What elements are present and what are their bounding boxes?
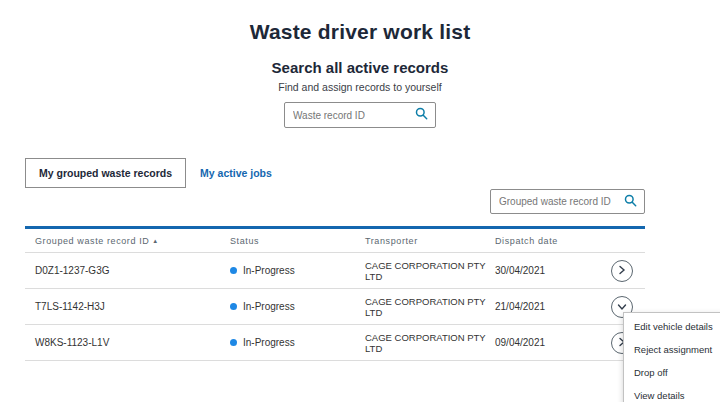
- main-content: My grouped waste records My active jobs …: [25, 158, 645, 188]
- table-row: D0Z1-1237-G3G In-Progress CAGE CORPORATI…: [25, 253, 645, 289]
- tab-my-active-jobs[interactable]: My active jobs: [186, 158, 286, 188]
- status-cell: In-Progress: [230, 337, 365, 348]
- status-dot-icon: [230, 267, 237, 274]
- column-header-grouped-waste-record-id[interactable]: Grouped waste record ID▲: [35, 236, 230, 246]
- record-id-cell: W8KS-1123-L1V: [35, 337, 230, 348]
- sort-ascending-icon: ▲: [152, 238, 159, 244]
- waste-record-id-input[interactable]: [293, 110, 415, 121]
- dispatch-date-cell: 30/04/2021: [495, 265, 595, 276]
- grouped-waste-records-table: Grouped waste record ID▲ Status Transpor…: [25, 226, 645, 361]
- search-section-subheading: Find and assign records to yourself: [0, 81, 720, 93]
- transporter-cell: CAGE CORPORATION PTY LTD: [365, 296, 495, 318]
- column-header-status[interactable]: Status: [230, 236, 365, 246]
- column-header-transporter[interactable]: Transporter: [365, 236, 495, 246]
- search-icon: [415, 107, 428, 123]
- status-dot-icon: [230, 339, 237, 346]
- record-id-cell: D0Z1-1237-G3G: [35, 265, 230, 276]
- grouped-record-search-box: [490, 189, 645, 214]
- table-header-row: Grouped waste record ID▲ Status Transpor…: [25, 229, 645, 253]
- expand-row-button[interactable]: [611, 260, 633, 282]
- status-label: In-Progress: [243, 337, 295, 348]
- status-cell: In-Progress: [230, 301, 365, 312]
- column-header-dispatch-date[interactable]: Dispatch date: [495, 236, 595, 246]
- status-dot-icon: [230, 303, 237, 310]
- status-label: In-Progress: [243, 301, 295, 312]
- page-title: Waste driver work list: [0, 0, 720, 44]
- menu-item-edit-vehicle-details[interactable]: Edit vehicle details: [624, 315, 720, 338]
- dispatch-date-cell: 21/04/2021: [495, 301, 595, 312]
- transporter-cell: CAGE CORPORATION PTY LTD: [365, 332, 495, 354]
- tab-my-grouped-waste-records[interactable]: My grouped waste records: [25, 158, 186, 188]
- dispatch-date-cell: 09/04/2021: [495, 337, 595, 348]
- search-button[interactable]: [415, 107, 428, 123]
- menu-item-drop-off[interactable]: Drop off: [624, 361, 720, 384]
- grouped-record-search-button[interactable]: [624, 194, 637, 210]
- status-label: In-Progress: [243, 265, 295, 276]
- menu-item-view-details[interactable]: View details: [624, 384, 720, 402]
- search-section-heading: Search all active records: [0, 59, 720, 76]
- grouped-waste-record-id-input[interactable]: [499, 196, 624, 207]
- row-actions-menu: Edit vehicle details Reject assignment D…: [623, 312, 720, 402]
- chevron-right-icon: [618, 263, 626, 278]
- table-row: W8KS-1123-L1V In-Progress CAGE CORPORATI…: [25, 325, 645, 361]
- record-id-cell: T7LS-1142-H3J: [35, 301, 230, 312]
- tab-bar: My grouped waste records My active jobs: [25, 158, 645, 188]
- status-cell: In-Progress: [230, 265, 365, 276]
- menu-item-reject-assignment[interactable]: Reject assignment: [624, 338, 720, 361]
- transporter-cell: CAGE CORPORATION PTY LTD: [365, 260, 495, 282]
- table-row: T7LS-1142-H3J In-Progress CAGE CORPORATI…: [25, 289, 645, 325]
- search-icon: [624, 194, 637, 210]
- waste-record-search-box: [284, 102, 436, 128]
